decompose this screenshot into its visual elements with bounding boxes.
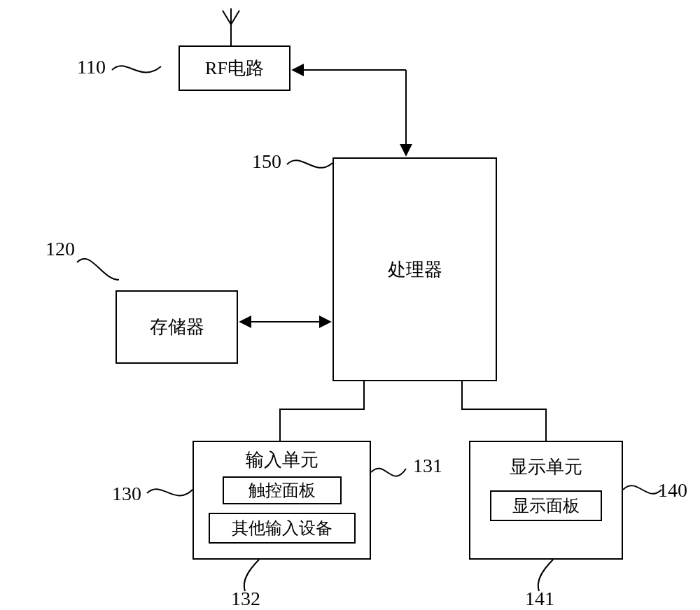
conn-rf-proc	[293, 70, 406, 155]
display-ref: 140	[658, 479, 687, 502]
ref-leader-141	[538, 560, 553, 591]
input-block: 输入单元 触控面板 其他输入设备	[192, 441, 371, 560]
ref-leader-130	[147, 489, 192, 495]
display-block: 显示单元 显示面板	[469, 441, 623, 560]
display-label: 显示单元	[510, 455, 582, 479]
rf-label: RF电路	[205, 56, 264, 80]
rf-ref: 110	[77, 56, 106, 78]
mem-label: 存储器	[150, 315, 204, 339]
touch-ref: 131	[413, 455, 442, 477]
display-panel-label: 显示面板	[512, 495, 580, 517]
conn-proc-input	[280, 381, 364, 441]
touch-panel-label: 触控面板	[248, 479, 316, 502]
input-label: 输入单元	[246, 448, 318, 472]
other-input-block: 其他输入设备	[209, 513, 356, 544]
input-ref: 130	[112, 483, 141, 505]
svg-line-1	[223, 10, 231, 24]
proc-label: 处理器	[388, 257, 442, 282]
ref-leader-120	[77, 259, 119, 280]
block-diagram: RF电路 110 处理器 150 存储器 120 输入单元 触控面板 其他输入设…	[0, 0, 700, 610]
other-input-label: 其他输入设备	[232, 517, 332, 539]
ref-leader-110	[112, 66, 161, 72]
touch-panel-block: 触控面板	[223, 476, 342, 504]
ref-leader-140	[623, 485, 662, 494]
mem-ref: 120	[46, 238, 75, 260]
mem-block: 存储器	[115, 290, 238, 364]
ref-leader-150	[287, 160, 332, 168]
antenna-icon	[223, 8, 239, 45]
proc-ref: 150	[252, 150, 281, 173]
proc-block: 处理器	[332, 157, 497, 381]
other-ref: 132	[231, 588, 260, 610]
display-panel-ref: 141	[525, 588, 554, 610]
ref-leader-132	[244, 560, 259, 591]
rf-block: RF电路	[178, 45, 290, 91]
ref-leader-131	[371, 469, 406, 476]
conn-proc-display	[462, 381, 546, 441]
display-panel-block: 显示面板	[490, 490, 602, 521]
svg-line-2	[231, 10, 239, 24]
